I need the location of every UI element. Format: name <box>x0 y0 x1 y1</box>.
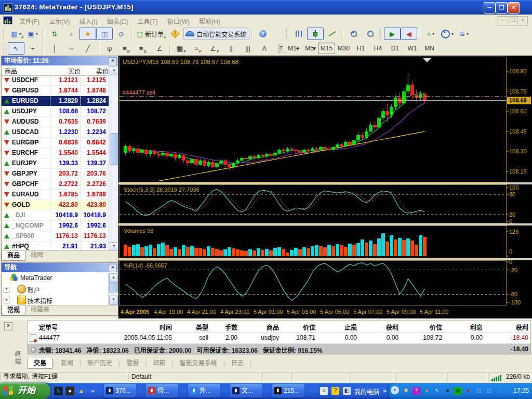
menu-item-0[interactable]: 文件(F) <box>15 15 44 26</box>
scrollbar-thumb[interactable] <box>109 282 118 292</box>
market-watch-row-GOLD[interactable]: GOLD422.80423.80 <box>2 200 109 210</box>
column-header-2[interactable]: 卖价 <box>96 66 109 75</box>
menu-item-5[interactable]: 窗口(W) <box>163 15 194 26</box>
chevron-down-icon[interactable]: ▾ <box>467 32 469 36</box>
terminal-column-7[interactable]: 获利 <box>386 323 398 331</box>
help-box-icon[interactable]: ? <box>413 387 420 395</box>
fibo-retracement-tool[interactable]: ≈F <box>190 42 206 55</box>
window-restore-button[interactable]: ❐ <box>496 2 508 14</box>
terminal-tab-交易[interactable]: 交易 <box>27 358 53 369</box>
qq-icon[interactable]: ● <box>444 387 451 395</box>
chevron-right-icon[interactable]: » <box>383 387 387 394</box>
text-tool[interactable]: A <box>256 42 273 55</box>
task-button-0[interactable]: ▮376... <box>104 384 136 397</box>
templates-button[interactable]: ≋▾ <box>456 28 472 40</box>
market-watch-row-EURCHF[interactable]: EURCHF1.55401.5544 <box>2 148 109 158</box>
bar-chart-button[interactable] <box>290 28 307 40</box>
terminal-tab-账户历史[interactable]: 账户历史 <box>81 358 118 368</box>
terminal-column-3[interactable]: 手数 <box>225 323 237 331</box>
ime-icon[interactable]: ◧ <box>343 387 351 395</box>
fibo-grid-tool[interactable]: ▦F <box>173 42 190 55</box>
scroll-up-icon[interactable]: ▲ <box>109 273 118 283</box>
auto-scroll-button[interactable]: ▶ <box>384 28 401 40</box>
order-row[interactable]: 4444772005.04.05 11:05sell2.00usdjpy108.… <box>28 332 530 343</box>
chevron-down-icon[interactable]: ▾ <box>432 32 434 36</box>
mdi-minimize-button[interactable]: ─ <box>498 16 508 25</box>
timeframe-m15[interactable]: M15 <box>318 43 335 54</box>
mdi-restore-button[interactable]: ❐ <box>508 16 518 25</box>
market-watch-row-GBPCHF[interactable]: GBPCHF2.27222.2726 <box>2 179 109 190</box>
terminal-column-1[interactable]: 时间 <box>159 323 172 331</box>
navigator-tab-常规[interactable]: 常规 <box>2 305 25 315</box>
keyboard-icon[interactable]: ⌗ <box>320 387 328 395</box>
timeframe-h4[interactable]: H4 <box>369 43 387 54</box>
menu-item-4[interactable]: 工具(T) <box>132 15 162 26</box>
chart-shift-button[interactable]: ◀ <box>401 28 417 40</box>
terminal-tab-邮箱[interactable]: 邮箱 <box>147 358 172 368</box>
timeframe-d1[interactable]: D1 <box>387 43 404 54</box>
trendline-tool[interactable]: ╱ <box>79 42 96 55</box>
market-watch-tab-商品[interactable]: 商品 <box>2 251 25 261</box>
quick-launch-more-icon[interactable]: » <box>88 387 97 395</box>
expand-plus-icon[interactable]: + <box>4 287 9 292</box>
periods-button[interactable]: ▾ <box>439 28 456 40</box>
scrollbar-thumb[interactable] <box>110 133 118 165</box>
new-chart-button[interactable]: ▦+▾ <box>8 28 24 40</box>
cursor-tool[interactable]: ↖ <box>8 42 24 55</box>
market-watch-row-_DJI[interactable]: _DJI10418.910418.9 <box>2 210 109 221</box>
terminal-column-0[interactable]: 定单号 <box>39 323 58 331</box>
navigator-item-0[interactable]: MetaTrader <box>3 273 109 284</box>
market-watch-row-GBPJPY[interactable]: GBPJPY203.72203.76 <box>2 169 109 179</box>
menu-item-2[interactable]: 插入(I) <box>74 15 102 26</box>
menu-item-6[interactable]: 帮助(H) <box>194 15 225 26</box>
expert-advisors-button[interactable]: 自动智能交易系统 <box>183 28 249 40</box>
parallel-lines-tool[interactable]: ∥ <box>223 42 240 55</box>
vertical-line-tool[interactable]: │ <box>46 42 63 55</box>
timeframe-h1[interactable]: H1 <box>352 43 369 54</box>
pitchfork-tool[interactable]: ψ <box>101 42 118 55</box>
close-icon[interactable]: × <box>109 57 117 65</box>
std-deviation-channel-tool[interactable]: ≡D <box>135 42 151 55</box>
column-header-1[interactable]: 买价 <box>68 66 81 75</box>
market-watch-row-USDCAD[interactable]: USDCAD1.22301.2234 <box>2 127 109 138</box>
market-watch-row-USDJPY[interactable]: USDJPY108.68108.72 <box>2 107 109 117</box>
mdi-close-button[interactable]: × <box>517 16 528 25</box>
column-header-0[interactable]: 商品 <box>5 66 17 75</box>
chevron-down-icon[interactable]: ▾ <box>36 32 38 36</box>
menu-item-3[interactable]: 图表(C) <box>102 15 133 26</box>
task-button-1[interactable]: ▮倚... <box>146 384 178 397</box>
zoom-out-button[interactable]: − <box>362 28 379 40</box>
data-window-button[interactable]: + <box>63 28 79 40</box>
terminal-column-2[interactable]: 类型 <box>196 323 208 331</box>
task-button-2[interactable]: ▮外... <box>188 384 220 397</box>
skull-icon[interactable]: ● <box>65 387 74 395</box>
market-watch-row-EURGBP[interactable]: EURGBP0.68380.6842 <box>2 138 109 148</box>
candlestick-button[interactable] <box>307 28 324 40</box>
new-order-button[interactable]: ▤+新订单 <box>135 28 167 40</box>
terminal-column-8[interactable]: 价位 <box>430 323 442 331</box>
terminal-tab-新闻[interactable]: 新闻 <box>55 358 79 368</box>
navigator-tab-收藏夹[interactable]: 收藏夹 <box>25 305 55 314</box>
navigator-item-2[interactable]: +f技术指标 <box>3 295 109 305</box>
terminal-tab-智能交易系统[interactable]: 智能交易系统 <box>174 358 223 368</box>
chevron-down-icon[interactable]: ▾ <box>451 32 454 36</box>
terminal-column-9[interactable]: 利息 <box>470 323 483 331</box>
market-watch-row-AUDUSD[interactable]: AUDUSD0.76350.7639 <box>2 117 109 127</box>
indicators-button[interactable]: +▾ <box>422 28 439 40</box>
fire-ball-icon[interactable]: ● <box>464 387 472 395</box>
timeframe-m5[interactable]: M5 <box>301 43 318 54</box>
menu-item-1[interactable]: 显示(V) <box>44 15 74 26</box>
green-square-icon[interactable]: ▦ <box>454 387 462 395</box>
profiles-button[interactable]: ▣▾ <box>24 28 41 40</box>
market-watch-row-EURUSD[interactable]: EURUSD1.28201.2824 <box>2 96 109 107</box>
lightning-icon[interactable]: ϟ <box>54 387 63 395</box>
tray-collapse-icon[interactable]: ‹ <box>391 386 399 394</box>
help-button[interactable]: ? <box>255 28 271 40</box>
warning-triangle-icon[interactable]: ▲ <box>77 387 86 395</box>
cycle-lines-tool[interactable]: ||| <box>240 42 256 55</box>
navigator-toggle[interactable]: ★ <box>79 28 96 40</box>
language-label[interactable]: 我的电脑 <box>354 387 379 396</box>
market-watch-row-EURAUD[interactable]: EURAUD1.67851.6789 <box>2 190 109 200</box>
taskbar-clock[interactable]: 17:25 <box>513 387 529 394</box>
horizontal-line-tool[interactable]: ─ <box>63 42 79 55</box>
